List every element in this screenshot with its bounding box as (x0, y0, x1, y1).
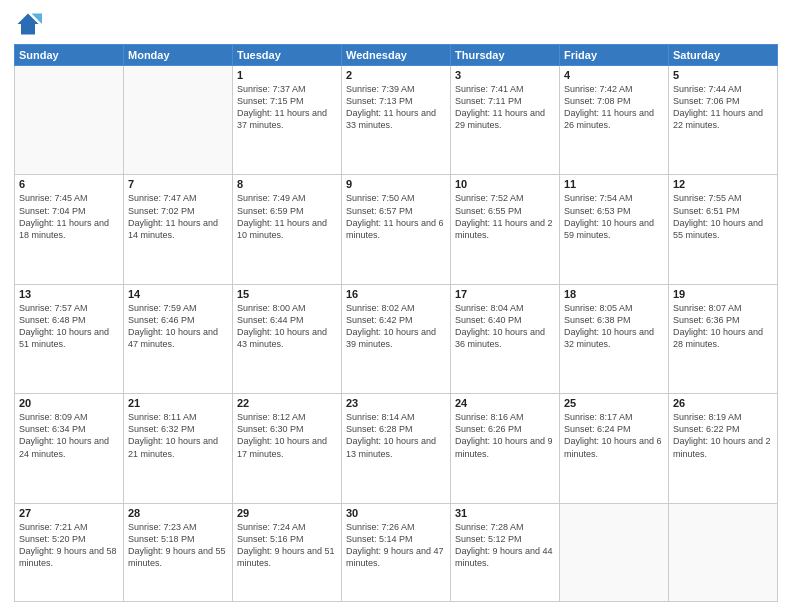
day-info: Sunrise: 8:04 AM Sunset: 6:40 PM Dayligh… (455, 302, 555, 351)
calendar-cell: 1Sunrise: 7:37 AM Sunset: 7:15 PM Daylig… (233, 66, 342, 175)
calendar-cell: 29Sunrise: 7:24 AM Sunset: 5:16 PM Dayli… (233, 503, 342, 602)
day-info: Sunrise: 8:05 AM Sunset: 6:38 PM Dayligh… (564, 302, 664, 351)
day-info: Sunrise: 7:49 AM Sunset: 6:59 PM Dayligh… (237, 192, 337, 241)
day-number: 30 (346, 507, 446, 519)
day-number: 5 (673, 69, 773, 81)
calendar-cell: 12Sunrise: 7:55 AM Sunset: 6:51 PM Dayli… (669, 175, 778, 284)
calendar-cell: 3Sunrise: 7:41 AM Sunset: 7:11 PM Daylig… (451, 66, 560, 175)
day-info: Sunrise: 8:14 AM Sunset: 6:28 PM Dayligh… (346, 411, 446, 460)
calendar-cell: 25Sunrise: 8:17 AM Sunset: 6:24 PM Dayli… (560, 394, 669, 503)
calendar-cell (560, 503, 669, 602)
calendar-cell: 30Sunrise: 7:26 AM Sunset: 5:14 PM Dayli… (342, 503, 451, 602)
calendar-cell (15, 66, 124, 175)
day-info: Sunrise: 7:42 AM Sunset: 7:08 PM Dayligh… (564, 83, 664, 132)
calendar-header: SundayMondayTuesdayWednesdayThursdayFrid… (15, 45, 778, 66)
day-info: Sunrise: 8:02 AM Sunset: 6:42 PM Dayligh… (346, 302, 446, 351)
day-number: 6 (19, 178, 119, 190)
day-info: Sunrise: 7:59 AM Sunset: 6:46 PM Dayligh… (128, 302, 228, 351)
calendar-cell (669, 503, 778, 602)
day-number: 10 (455, 178, 555, 190)
day-info: Sunrise: 7:39 AM Sunset: 7:13 PM Dayligh… (346, 83, 446, 132)
calendar-table: SundayMondayTuesdayWednesdayThursdayFrid… (14, 44, 778, 602)
day-info: Sunrise: 8:11 AM Sunset: 6:32 PM Dayligh… (128, 411, 228, 460)
header-day-thursday: Thursday (451, 45, 560, 66)
day-number: 21 (128, 397, 228, 409)
day-info: Sunrise: 7:52 AM Sunset: 6:55 PM Dayligh… (455, 192, 555, 241)
calendar-cell: 26Sunrise: 8:19 AM Sunset: 6:22 PM Dayli… (669, 394, 778, 503)
day-number: 25 (564, 397, 664, 409)
day-number: 3 (455, 69, 555, 81)
day-info: Sunrise: 8:12 AM Sunset: 6:30 PM Dayligh… (237, 411, 337, 460)
calendar-week-4: 27Sunrise: 7:21 AM Sunset: 5:20 PM Dayli… (15, 503, 778, 602)
calendar-cell: 10Sunrise: 7:52 AM Sunset: 6:55 PM Dayli… (451, 175, 560, 284)
day-number: 12 (673, 178, 773, 190)
calendar-cell: 31Sunrise: 7:28 AM Sunset: 5:12 PM Dayli… (451, 503, 560, 602)
logo (14, 10, 46, 38)
calendar-cell: 20Sunrise: 8:09 AM Sunset: 6:34 PM Dayli… (15, 394, 124, 503)
calendar-body: 1Sunrise: 7:37 AM Sunset: 7:15 PM Daylig… (15, 66, 778, 602)
header-day-sunday: Sunday (15, 45, 124, 66)
calendar-cell: 24Sunrise: 8:16 AM Sunset: 6:26 PM Dayli… (451, 394, 560, 503)
day-number: 16 (346, 288, 446, 300)
day-number: 2 (346, 69, 446, 81)
calendar-cell: 15Sunrise: 8:00 AM Sunset: 6:44 PM Dayli… (233, 284, 342, 393)
day-info: Sunrise: 7:54 AM Sunset: 6:53 PM Dayligh… (564, 192, 664, 241)
day-number: 18 (564, 288, 664, 300)
day-number: 4 (564, 69, 664, 81)
calendar-cell: 9Sunrise: 7:50 AM Sunset: 6:57 PM Daylig… (342, 175, 451, 284)
calendar-cell: 7Sunrise: 7:47 AM Sunset: 7:02 PM Daylig… (124, 175, 233, 284)
day-number: 27 (19, 507, 119, 519)
day-info: Sunrise: 7:23 AM Sunset: 5:18 PM Dayligh… (128, 521, 228, 570)
day-number: 11 (564, 178, 664, 190)
day-number: 20 (19, 397, 119, 409)
day-number: 8 (237, 178, 337, 190)
day-info: Sunrise: 7:50 AM Sunset: 6:57 PM Dayligh… (346, 192, 446, 241)
day-info: Sunrise: 8:07 AM Sunset: 6:36 PM Dayligh… (673, 302, 773, 351)
day-number: 1 (237, 69, 337, 81)
header-day-monday: Monday (124, 45, 233, 66)
header-day-wednesday: Wednesday (342, 45, 451, 66)
calendar-cell: 23Sunrise: 8:14 AM Sunset: 6:28 PM Dayli… (342, 394, 451, 503)
day-info: Sunrise: 8:00 AM Sunset: 6:44 PM Dayligh… (237, 302, 337, 351)
day-number: 24 (455, 397, 555, 409)
header-day-tuesday: Tuesday (233, 45, 342, 66)
calendar-week-2: 13Sunrise: 7:57 AM Sunset: 6:48 PM Dayli… (15, 284, 778, 393)
calendar-week-3: 20Sunrise: 8:09 AM Sunset: 6:34 PM Dayli… (15, 394, 778, 503)
calendar-cell: 22Sunrise: 8:12 AM Sunset: 6:30 PM Dayli… (233, 394, 342, 503)
day-info: Sunrise: 7:24 AM Sunset: 5:16 PM Dayligh… (237, 521, 337, 570)
day-info: Sunrise: 7:45 AM Sunset: 7:04 PM Dayligh… (19, 192, 119, 241)
day-info: Sunrise: 7:47 AM Sunset: 7:02 PM Dayligh… (128, 192, 228, 241)
day-info: Sunrise: 8:09 AM Sunset: 6:34 PM Dayligh… (19, 411, 119, 460)
day-info: Sunrise: 7:57 AM Sunset: 6:48 PM Dayligh… (19, 302, 119, 351)
day-info: Sunrise: 7:28 AM Sunset: 5:12 PM Dayligh… (455, 521, 555, 570)
calendar-cell: 6Sunrise: 7:45 AM Sunset: 7:04 PM Daylig… (15, 175, 124, 284)
header-day-saturday: Saturday (669, 45, 778, 66)
day-number: 17 (455, 288, 555, 300)
day-info: Sunrise: 7:55 AM Sunset: 6:51 PM Dayligh… (673, 192, 773, 241)
calendar-cell: 2Sunrise: 7:39 AM Sunset: 7:13 PM Daylig… (342, 66, 451, 175)
header-row: SundayMondayTuesdayWednesdayThursdayFrid… (15, 45, 778, 66)
calendar-cell: 19Sunrise: 8:07 AM Sunset: 6:36 PM Dayli… (669, 284, 778, 393)
day-number: 28 (128, 507, 228, 519)
calendar-cell: 11Sunrise: 7:54 AM Sunset: 6:53 PM Dayli… (560, 175, 669, 284)
header-day-friday: Friday (560, 45, 669, 66)
calendar-week-1: 6Sunrise: 7:45 AM Sunset: 7:04 PM Daylig… (15, 175, 778, 284)
day-number: 13 (19, 288, 119, 300)
calendar-cell: 8Sunrise: 7:49 AM Sunset: 6:59 PM Daylig… (233, 175, 342, 284)
day-info: Sunrise: 7:37 AM Sunset: 7:15 PM Dayligh… (237, 83, 337, 132)
day-number: 29 (237, 507, 337, 519)
calendar-cell: 5Sunrise: 7:44 AM Sunset: 7:06 PM Daylig… (669, 66, 778, 175)
calendar-cell: 14Sunrise: 7:59 AM Sunset: 6:46 PM Dayli… (124, 284, 233, 393)
calendar-week-0: 1Sunrise: 7:37 AM Sunset: 7:15 PM Daylig… (15, 66, 778, 175)
day-info: Sunrise: 7:44 AM Sunset: 7:06 PM Dayligh… (673, 83, 773, 132)
calendar-cell: 21Sunrise: 8:11 AM Sunset: 6:32 PM Dayli… (124, 394, 233, 503)
day-number: 26 (673, 397, 773, 409)
logo-icon (14, 10, 42, 38)
header (14, 10, 778, 38)
day-info: Sunrise: 7:21 AM Sunset: 5:20 PM Dayligh… (19, 521, 119, 570)
calendar-cell (124, 66, 233, 175)
calendar-cell: 17Sunrise: 8:04 AM Sunset: 6:40 PM Dayli… (451, 284, 560, 393)
calendar-cell: 16Sunrise: 8:02 AM Sunset: 6:42 PM Dayli… (342, 284, 451, 393)
calendar-cell: 27Sunrise: 7:21 AM Sunset: 5:20 PM Dayli… (15, 503, 124, 602)
day-number: 31 (455, 507, 555, 519)
